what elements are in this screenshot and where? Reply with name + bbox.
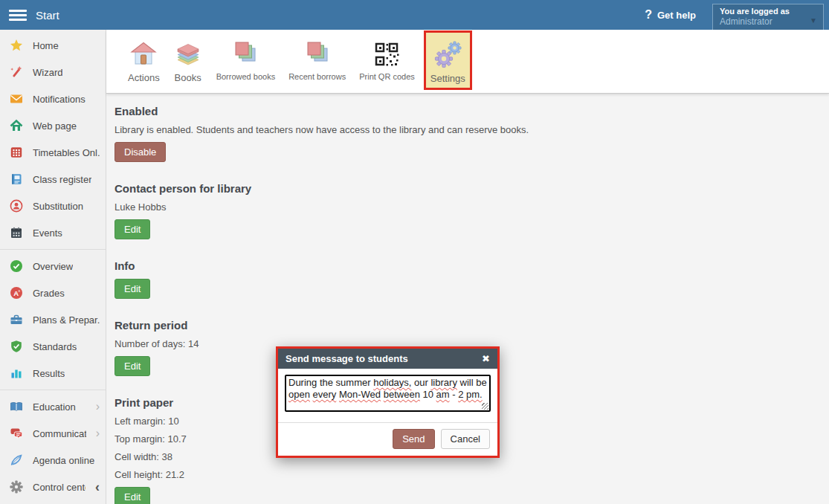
borrowed-books-icon xyxy=(230,37,260,71)
check-badge-icon xyxy=(10,259,23,273)
sidebar-item-overview[interactable]: Overview xyxy=(0,253,106,280)
chat-bubbles-icon xyxy=(10,427,23,440)
toolbar-item-books[interactable]: Books xyxy=(167,30,210,93)
misspelled-word: open xyxy=(288,389,310,400)
message-text: will be xyxy=(457,377,487,388)
section-text: Library is enabled. Students and teacher… xyxy=(114,124,829,135)
toolbar-item-borrowed-books[interactable]: Borrowed books xyxy=(210,30,283,93)
sidebar-item-label: Class register xyxy=(33,174,91,185)
close-icon[interactable]: ✖ xyxy=(482,354,490,364)
notebook-icon xyxy=(10,172,23,186)
chevron-right-icon: › xyxy=(96,427,100,439)
toolbar-item-label: Recent borrows xyxy=(288,72,346,81)
sidebar-separator xyxy=(0,390,106,390)
sidebar-item-label: Web page xyxy=(33,120,77,132)
gear-icon xyxy=(10,480,23,494)
send-message-dialog: Send message to students ✖ During the su… xyxy=(276,346,500,458)
sidebar-item-label: Timetables Onl... xyxy=(33,147,100,158)
book-stack-icon xyxy=(173,37,203,71)
section-info: InfoEdit xyxy=(114,259,829,299)
sidebar-item-wizard[interactable]: Wizard xyxy=(0,59,106,85)
chevron-right-icon: › xyxy=(96,401,100,413)
gears-icon xyxy=(433,38,462,72)
logged-as-label: You are logged as xyxy=(720,7,816,16)
disable-button[interactable]: Disable xyxy=(114,142,166,162)
sidebar-item-label: Events xyxy=(33,227,62,239)
edit-button[interactable]: Edit xyxy=(114,356,150,376)
sidebar-item-grades[interactable]: AxGrades xyxy=(0,280,106,306)
dialog-header: Send message to students ✖ xyxy=(278,349,497,369)
section-enabled: EnabledLibrary is enabled. Students and … xyxy=(114,105,829,162)
sidebar-item-label: Notifications xyxy=(33,94,86,105)
section-title: Return period xyxy=(114,319,829,332)
sidebar-item-education[interactable]: Education› xyxy=(0,393,106,420)
sidebar-item-plans-prepar[interactable]: Plans & Prepar... xyxy=(0,306,106,333)
logged-as-dropdown[interactable]: You are logged as Administrator ▼ xyxy=(712,4,824,30)
person-icon xyxy=(10,199,23,213)
section-text: Luke Hobbs xyxy=(114,201,829,213)
resize-handle[interactable] xyxy=(482,403,488,410)
message-text: During the summer xyxy=(288,377,373,388)
sidebar-item-label: Control center xyxy=(33,482,86,493)
sidebar-item-label: Grades xyxy=(33,288,65,299)
sidebar-item-class-register[interactable]: Class register xyxy=(0,166,106,193)
sidebar-item-label: Substitution xyxy=(33,201,83,212)
misspelled-word: every xyxy=(313,389,337,400)
question-mark-icon: ? xyxy=(645,8,652,22)
sidebar-item-timetables-onl[interactable]: Timetables Onl... xyxy=(0,139,106,166)
section-title: Contact person for library xyxy=(114,182,829,195)
misspelled-word: between xyxy=(384,389,420,400)
timetable-icon xyxy=(10,146,23,159)
cancel-button[interactable]: Cancel xyxy=(441,429,490,449)
wand-icon xyxy=(10,65,23,79)
menu-icon[interactable] xyxy=(9,7,27,23)
section-title: Info xyxy=(114,259,829,272)
send-button[interactable]: Send xyxy=(393,429,434,449)
toolbar-item-settings[interactable]: Settings xyxy=(424,30,472,90)
bar-chart-icon xyxy=(10,366,23,380)
misspelled-word: holidays, xyxy=(373,377,411,388)
sidebar-item-label: Standards xyxy=(33,341,77,352)
library-toolbar: ActionsBooksBorrowed booksRecent borrows… xyxy=(106,30,829,94)
toolbar-item-label: Borrowed books xyxy=(216,72,276,81)
message-text: 10 xyxy=(420,389,436,400)
sidebar-item-substitution[interactable]: Substitution xyxy=(0,193,106,219)
sidebar-item-label: Results xyxy=(33,368,65,379)
get-help-button[interactable]: ? Get help xyxy=(645,8,696,22)
sidebar-item-label: Overview xyxy=(33,261,73,272)
edit-button[interactable]: Edit xyxy=(114,219,150,239)
sidebar-item-results[interactable]: Results xyxy=(0,360,106,387)
toolbar-item-recent-borrows[interactable]: Recent borrows xyxy=(282,30,352,93)
section-contact-person-for-library: Contact person for libraryLuke HobbsEdit xyxy=(114,182,829,239)
feather-icon xyxy=(10,453,23,467)
envelope-icon xyxy=(10,92,23,106)
sidebar-item-label: Home xyxy=(33,40,59,51)
sidebar-item-label: Agenda online xyxy=(33,455,94,466)
topbar: Start ? Get help You are logged as Admin… xyxy=(0,0,829,30)
sidebar-item-communication[interactable]: Communication› xyxy=(0,420,106,447)
edit-button[interactable]: Edit xyxy=(114,279,150,299)
toolbar-item-label: Settings xyxy=(430,73,465,84)
toolbar-item-print-qr-codes[interactable]: Print QR codes xyxy=(352,30,422,93)
dialog-footer: Send Cancel xyxy=(278,422,497,456)
briefcase-icon xyxy=(10,313,23,326)
open-book-icon xyxy=(10,400,23,413)
recent-borrows-icon xyxy=(303,37,332,71)
sidebar-item-label: Wizard xyxy=(33,67,62,78)
message-textarea[interactable]: During the summer holidays, our library … xyxy=(285,375,491,412)
sidebar-item-events[interactable]: Events xyxy=(0,219,106,246)
sidebar-item-control-center[interactable]: Control center‹ xyxy=(0,474,106,500)
toolbar-item-actions[interactable]: Actions xyxy=(121,30,167,93)
sidebar-item-notifications[interactable]: Notifications xyxy=(0,85,106,112)
misspelled-word: Mon-Wed xyxy=(339,389,381,400)
chevron-down-icon: ▼ xyxy=(810,16,817,25)
toolbar-item-label: Books xyxy=(175,72,201,83)
page-title: Start xyxy=(36,9,59,22)
sidebar-item-home[interactable]: Home xyxy=(0,32,106,59)
edit-button[interactable]: Edit xyxy=(114,487,150,504)
star-icon xyxy=(10,39,23,52)
sidebar-item-standards[interactable]: Standards xyxy=(0,333,106,360)
logged-as-value: Administrator xyxy=(720,16,816,27)
sidebar-item-agenda-online[interactable]: Agenda online xyxy=(0,447,106,474)
sidebar-item-web-page[interactable]: Web page xyxy=(0,112,106,139)
